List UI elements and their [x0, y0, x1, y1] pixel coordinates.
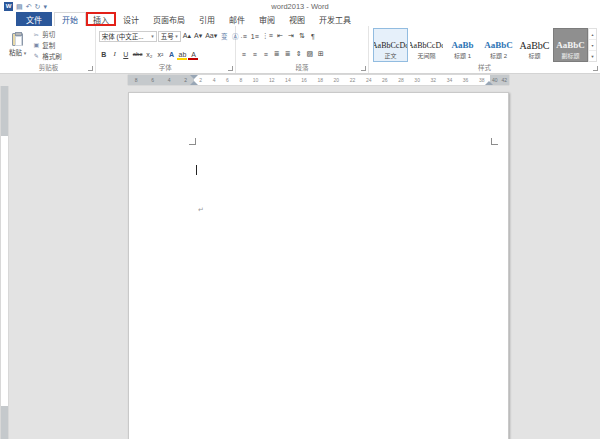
font-group-label: 字体 — [99, 63, 232, 73]
text-cursor — [196, 165, 197, 175]
window-title: word2013 - Word — [0, 2, 600, 11]
tab-design[interactable]: 设计 — [116, 12, 146, 26]
font-dialog-launcher-icon[interactable] — [228, 66, 233, 71]
font-color-button[interactable]: A — [188, 49, 198, 60]
document-page[interactable]: ↵ — [128, 92, 509, 439]
title-bar: W ▤ ↶ ↻ ▾ word2013 - Word — [0, 0, 600, 12]
styles-dialog-launcher-icon[interactable] — [593, 66, 598, 71]
tab-developer[interactable]: 开发工具 — [312, 12, 358, 26]
qat-dropdown-icon[interactable]: ▾ — [43, 3, 47, 10]
paragraph-dialog-launcher-icon[interactable] — [361, 66, 366, 71]
styles-more-icon[interactable]: ▼ — [589, 51, 596, 61]
line-spacing-button[interactable]: ⇕ — [294, 49, 304, 60]
chevron-down-icon: ▾ — [150, 33, 154, 39]
numbering-button[interactable]: 1≡ — [250, 31, 260, 42]
grow-font-button[interactable]: A▴ — [182, 31, 192, 42]
vertical-ruler[interactable] — [1, 86, 8, 439]
sort-button[interactable]: ⇅ — [297, 31, 307, 42]
font-family-combo[interactable]: 宋体 (中文正... ▾ — [99, 31, 157, 42]
paste-label: 粘贴 — [9, 49, 22, 56]
clipboard-group-label: 剪贴板 — [5, 63, 92, 73]
show-marks-button[interactable]: ¶ — [308, 31, 318, 42]
strikethrough-button[interactable]: abc — [132, 49, 144, 60]
chevron-down-icon: ▾ — [174, 33, 178, 39]
style-title[interactable]: AaBbC 标题 — [517, 28, 552, 62]
paragraph-mark: ↵ — [198, 206, 204, 213]
phonetic-guide-button[interactable]: 变 — [219, 31, 229, 42]
vertical-ruler-text-area — [1, 136, 8, 406]
margin-corner-mark-left — [189, 138, 196, 145]
text-effects-button[interactable]: A — [166, 49, 176, 60]
quick-access-toolbar: W ▤ ↶ ↻ ▾ — [0, 2, 47, 11]
align-right-button[interactable]: ≡ — [261, 49, 271, 60]
ruler-text-area: 2468101214161820222426283032343638 — [194, 75, 490, 85]
font-size-combo[interactable]: 五号 ▾ — [158, 31, 181, 42]
style-heading-2[interactable]: AaBbC 标题 2 — [481, 28, 516, 62]
vertical-ruler-bottom-margin — [1, 406, 8, 439]
subscript-button[interactable]: x₂ — [144, 49, 154, 60]
styles-gallery: AaBbCcDd 正文 AaBbCcDd 无间隔 AaBb 标题 1 — [372, 27, 588, 63]
style-subtitle[interactable]: AaBbC 副标题 — [553, 28, 588, 62]
word-logo[interactable]: W — [4, 2, 13, 11]
increase-indent-button[interactable]: ⇥ — [286, 31, 296, 42]
tab-mailings[interactable]: 邮件 — [222, 12, 252, 26]
vertical-ruler-top-margin — [1, 86, 8, 136]
underline-button[interactable]: U — [121, 49, 131, 60]
styles-group: AaBbCcDd 正文 AaBbCcDd 无间隔 AaBb 标题 1 — [369, 26, 600, 73]
font-group: 宋体 (中文正... ▾ 五号 ▾ A▴A▾Aa▾变Ⓐ BIUabc — [96, 26, 236, 73]
tab-file[interactable]: 文件 — [16, 12, 52, 26]
right-indent-marker[interactable] — [485, 81, 493, 85]
ruler-row: 8642 2468101214161820222426283032343638 … — [0, 74, 600, 86]
decrease-indent-button[interactable]: ⇤ — [275, 31, 285, 42]
ruler-left-margin: 8642 — [128, 75, 194, 85]
ribbon: 粘贴 ▾ ✂ 剪切 ▣ 复制 — [0, 26, 600, 74]
save-icon[interactable]: ▤ — [16, 3, 23, 10]
style-normal[interactable]: AaBbCcDd 正文 — [373, 28, 408, 62]
distribute-button[interactable]: ≣ — [283, 49, 293, 60]
styles-scroll-up-icon[interactable]: ▴ — [589, 29, 596, 40]
tab-references[interactable]: 引用 — [192, 12, 222, 26]
style-no-spacing[interactable]: AaBbCcDd 无间隔 — [409, 28, 444, 62]
tab-insert[interactable]: 插入 — [86, 12, 116, 26]
paste-icon — [12, 33, 23, 46]
justify-button[interactable]: ≣ — [272, 49, 282, 60]
shrink-font-button[interactable]: A▾ — [193, 31, 203, 42]
tab-home[interactable]: 开始 — [54, 12, 86, 26]
redo-icon[interactable]: ↻ — [35, 3, 41, 10]
align-left-button[interactable]: ≡ — [239, 49, 249, 60]
paragraph-group: ∙≡1≡⋮≡⇤⇥⇅¶ ≡≡≡≣≣⇕▨⊞ 段落 — [236, 26, 369, 73]
superscript-button[interactable]: x² — [155, 49, 165, 60]
indent-marker[interactable] — [190, 75, 198, 85]
bold-button[interactable]: B — [99, 49, 109, 60]
highlight-button[interactable]: ab — [177, 49, 187, 60]
paste-button[interactable]: 粘贴 ▾ — [5, 27, 30, 63]
clipboard-dialog-launcher-icon[interactable] — [88, 66, 93, 71]
borders-button[interactable]: ⊞ — [316, 49, 326, 60]
bullets-button[interactable]: ∙≡ — [239, 31, 249, 42]
document-area: ↵ — [0, 86, 600, 439]
clipboard-group: 粘贴 ▾ ✂ 剪切 ▣ 复制 — [2, 26, 96, 73]
ribbon-tab-bar: 文件 开始 插入 设计 页面布局 引用 邮件 — [0, 12, 600, 26]
multilevel-list-button[interactable]: ⋮≡ — [261, 31, 274, 42]
cut-button[interactable]: ✂ 剪切 — [32, 29, 62, 39]
undo-icon[interactable]: ↶ — [26, 3, 32, 10]
tab-view[interactable]: 视图 — [282, 12, 312, 26]
margin-corner-mark-right — [491, 138, 498, 145]
paragraph-group-label: 段落 — [239, 63, 365, 73]
chevron-down-icon: ▾ — [24, 50, 27, 56]
change-case-button[interactable]: Aa▾ — [204, 31, 218, 42]
horizontal-ruler[interactable]: 8642 2468101214161820222426283032343638 … — [128, 75, 509, 85]
styles-gallery-scrollbar: ▴▾▼ — [588, 28, 597, 62]
align-center-button[interactable]: ≡ — [250, 49, 260, 60]
shading-button[interactable]: ▨ — [305, 49, 315, 60]
word-window: W ▤ ↶ ↻ ▾ word2013 - Word 文件 开始 插入 — [0, 0, 600, 439]
copy-button[interactable]: ▣ 复制 — [32, 40, 62, 50]
styles-group-label: 样式 — [372, 63, 597, 73]
italic-button[interactable]: I — [110, 49, 120, 60]
styles-scroll-down-icon[interactable]: ▾ — [589, 40, 596, 51]
style-heading-1[interactable]: AaBb 标题 1 — [445, 28, 480, 62]
tab-page-layout[interactable]: 页面布局 — [146, 12, 192, 26]
format-painter-button[interactable]: ✎ 格式刷 — [32, 51, 62, 61]
tab-review[interactable]: 审阅 — [252, 12, 282, 26]
